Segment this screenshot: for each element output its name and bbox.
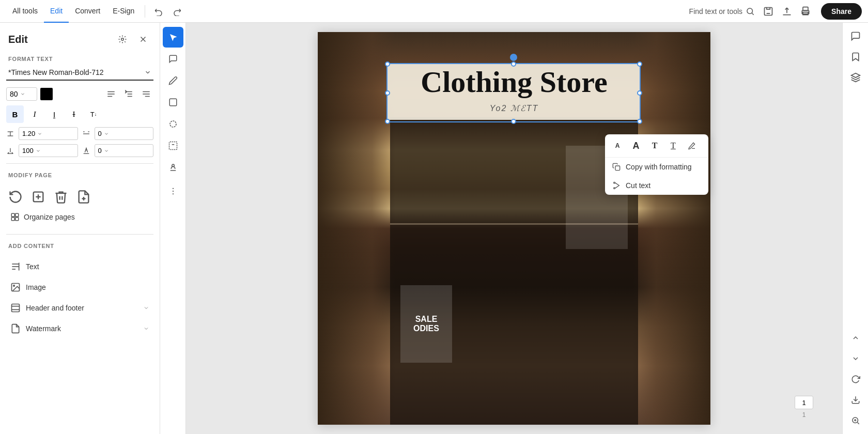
modify-icons xyxy=(8,185,151,208)
page-controls: 1 1 xyxy=(795,396,813,419)
comment-panel-button[interactable] xyxy=(846,27,865,45)
letter-spacing-field[interactable]: 0 xyxy=(95,127,154,140)
square-icon xyxy=(168,98,178,107)
subscript-button[interactable]: T↓ xyxy=(85,105,102,123)
scale-label-icon xyxy=(6,147,14,155)
rotate-page-button[interactable] xyxy=(8,190,23,204)
redo-button[interactable] xyxy=(168,2,187,21)
undo-button[interactable] xyxy=(149,2,168,21)
text-select-tool[interactable] xyxy=(163,135,183,156)
stamp-tool[interactable] xyxy=(163,157,183,178)
align-indent-button[interactable] xyxy=(121,87,136,101)
zoom-in-icon xyxy=(851,416,860,425)
add-page-button[interactable] xyxy=(31,190,45,204)
layers-panel-button[interactable] xyxy=(846,68,865,87)
add-header-footer-button[interactable]: Header and footer xyxy=(8,298,151,318)
baseline-value: 0 xyxy=(98,147,102,154)
align-list-button[interactable] xyxy=(104,87,118,101)
download-button[interactable] xyxy=(846,391,865,409)
ctx-small-a-button[interactable]: A xyxy=(609,137,626,154)
font-picker[interactable]: *Times New Roman-Bold-712 xyxy=(6,65,153,81)
svg-rect-50 xyxy=(615,166,620,171)
line-height-field[interactable]: 1.20 xyxy=(19,127,78,140)
page-up-button[interactable] xyxy=(846,329,865,347)
refresh-button[interactable] xyxy=(846,370,865,389)
cut-text-button[interactable]: Cut text xyxy=(605,176,708,195)
ctx-large-a-button[interactable]: A xyxy=(628,137,644,154)
page-down-button[interactable] xyxy=(846,349,865,368)
bookmark-panel-icon xyxy=(850,52,861,62)
settings-button[interactable] xyxy=(114,31,131,48)
handle-tr[interactable] xyxy=(637,61,642,67)
bold-button[interactable]: B xyxy=(6,105,24,123)
line-height-chevron xyxy=(37,131,42,136)
align-right-button[interactable] xyxy=(139,87,153,101)
handle-ml[interactable] xyxy=(385,90,390,96)
organize-pages-button[interactable]: Organize pages xyxy=(8,208,151,226)
close-button[interactable] xyxy=(135,31,151,48)
current-page-box[interactable]: 1 xyxy=(795,396,813,409)
handle-tl[interactable] xyxy=(385,61,390,67)
text-style-row: B I I I T↓ xyxy=(0,103,160,125)
panel-header: Edit xyxy=(0,23,160,52)
draw-tool[interactable] xyxy=(163,70,183,91)
color-swatch[interactable] xyxy=(40,88,53,100)
select-tool[interactable] xyxy=(163,27,183,48)
panel-title: Edit xyxy=(8,34,28,45)
context-toolbar: A A T T xyxy=(605,134,708,158)
nav-edit[interactable]: Edit xyxy=(44,0,69,23)
vertical-toolbar xyxy=(160,23,186,434)
nav-esign[interactable]: E-Sign xyxy=(106,0,141,23)
handle-mr[interactable] xyxy=(637,90,642,96)
copy-with-formatting-button[interactable]: Copy with formatting xyxy=(605,158,708,176)
svg-line-1 xyxy=(752,13,754,14)
add-text-button[interactable]: Text xyxy=(8,256,151,277)
shapes-tool[interactable] xyxy=(163,92,183,113)
annotate-tool[interactable] xyxy=(163,49,183,69)
scale-field[interactable]: 100 xyxy=(19,144,78,157)
add-image-button[interactable]: Image xyxy=(8,277,151,298)
handle-br[interactable] xyxy=(637,119,642,124)
lasso-icon xyxy=(168,119,178,129)
layers-panel-icon xyxy=(850,72,861,83)
underline-button[interactable]: I xyxy=(45,105,63,123)
line-height-label xyxy=(6,130,14,138)
ctx-underline-t-button[interactable]: T xyxy=(665,137,681,154)
letter-spacing-label-icon xyxy=(82,130,90,138)
ctx-bold-t-button[interactable]: T xyxy=(646,137,663,154)
svg-point-46 xyxy=(172,164,174,167)
font-size-selector[interactable]: 80 xyxy=(6,87,37,101)
upload-button[interactable] xyxy=(778,2,796,21)
watermark-icon xyxy=(10,323,21,334)
letter-spacing-chevron xyxy=(104,131,109,136)
nav-all-tools[interactable]: All tools xyxy=(6,0,44,23)
lasso-tool[interactable] xyxy=(163,114,183,134)
handle-bm[interactable] xyxy=(511,119,516,124)
zoom-in-button[interactable] xyxy=(846,411,865,430)
strikethrough-button[interactable]: I xyxy=(65,105,83,123)
baseline-field[interactable]: 0 xyxy=(95,144,154,157)
svg-line-56 xyxy=(857,422,859,424)
more-tools-button[interactable] xyxy=(163,181,183,202)
save-button[interactable] xyxy=(759,2,778,21)
nav-convert[interactable]: Convert xyxy=(69,0,106,23)
cursor-icon xyxy=(168,33,178,42)
main-area: Edit FORMAT TEXT *Times New Roman-Bold-7… xyxy=(0,23,868,434)
share-button[interactable]: Share xyxy=(821,3,862,20)
rotation-handle[interactable] xyxy=(510,54,517,61)
svg-rect-30 xyxy=(16,213,19,216)
ctx-highlight-button[interactable] xyxy=(684,137,700,154)
svg-point-43 xyxy=(170,121,176,127)
handle-bl[interactable] xyxy=(385,119,390,124)
comment-panel-icon xyxy=(850,31,861,41)
organize-icon xyxy=(10,212,20,222)
add-watermark-button[interactable]: Watermark xyxy=(8,318,151,339)
handle-tm[interactable] xyxy=(511,61,516,67)
print-button[interactable] xyxy=(796,2,815,21)
text-icon xyxy=(10,261,21,272)
extract-page-button[interactable] xyxy=(76,190,91,204)
italic-button[interactable]: I xyxy=(26,105,43,123)
bookmark-panel-button[interactable] xyxy=(846,48,865,66)
search-area[interactable]: Find text or tools xyxy=(685,7,760,16)
delete-page-button[interactable] xyxy=(54,190,68,204)
